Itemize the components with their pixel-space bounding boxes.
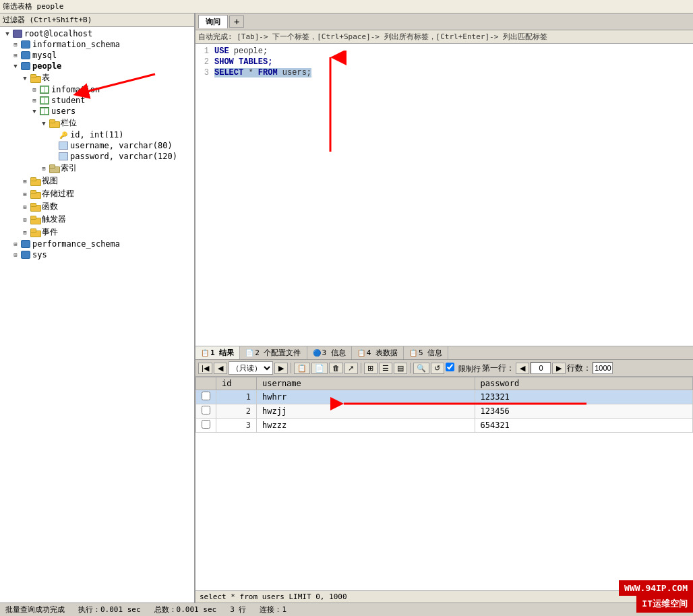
col-header-id: id	[216, 377, 257, 390]
result-tab-3[interactable]: 🔵 3 信息	[307, 346, 352, 359]
row-count-input[interactable]	[593, 362, 613, 374]
limit-row-checkbox[interactable]	[446, 363, 454, 371]
info-schema-label: information_schema	[32, 40, 120, 49]
users-expander[interactable]: ▼	[30, 106, 39, 116]
toolbar-paste[interactable]: 📄	[311, 363, 328, 374]
columns-folder-label: 栏位	[61, 117, 77, 129]
triggers-folder-expander[interactable]: ⊞	[20, 215, 30, 224]
result-tab-2-icon: 📄	[245, 349, 253, 357]
tree-root[interactable]: ▼ root@localhost	[1, 28, 193, 39]
row2-cb[interactable]	[202, 406, 210, 414]
root-expander[interactable]: ▼	[3, 29, 12, 38]
id-field-label: id, int(11)	[70, 130, 123, 140]
limit-row-text: 限制行	[458, 365, 481, 373]
tree-information-schema[interactable]: ⊞ information_schema	[1, 39, 193, 50]
mysql-db-icon	[20, 51, 31, 60]
mysql-expander[interactable]: ⊞	[11, 51, 20, 60]
sys-db-icon	[20, 250, 31, 259]
toolbar-delete[interactable]: 🗑	[329, 363, 343, 373]
autocomplete-text: 自动完成: [Tab]-> 下一个标签，[Ctrl+Space]-> 列出所有标…	[198, 32, 547, 41]
query-tab-main[interactable]: 询问	[198, 15, 228, 28]
result-tab-1[interactable]: 📋 1 结果	[195, 346, 240, 359]
funcs-folder-expander[interactable]: ⊞	[20, 202, 30, 212]
row3-id: 3	[216, 419, 257, 433]
result-tab-5[interactable]: 📋 5 信息	[404, 346, 448, 359]
row1-checkbox[interactable]	[196, 390, 216, 404]
indexes-folder-expander[interactable]: ⊞	[39, 164, 49, 173]
toolbar-copy[interactable]: 📋	[294, 363, 310, 374]
toolbar-form[interactable]: ▤	[394, 363, 407, 374]
perf-schema-db-icon	[20, 239, 31, 249]
tree-performance-schema[interactable]: ⊞ performance_schema	[1, 239, 193, 249]
toolbar-filter[interactable]: 🔍	[413, 363, 429, 374]
result-tab-4[interactable]: 📋 4 表数据	[352, 346, 404, 359]
tree-funcs-folder[interactable]: ⊞ 函数	[1, 200, 193, 213]
table-row[interactable]: 3 hwzzz 654321	[196, 419, 693, 433]
toolbar-nav-prev[interactable]: ◀	[214, 363, 227, 374]
first-row-next[interactable]: ▶	[552, 363, 566, 374]
infomation-expander[interactable]: ⊞	[30, 85, 39, 94]
tree-columns-folder[interactable]: ▼ 栏位	[1, 117, 193, 129]
row1-cb[interactable]	[202, 392, 210, 400]
toolbar-sep-3	[410, 363, 411, 373]
people-label: people	[32, 61, 61, 71]
toolbar-nav-next[interactable]: ▶	[274, 363, 288, 374]
first-row-input[interactable]	[531, 362, 551, 374]
toolbar-nav-first[interactable]: |◀	[198, 363, 212, 374]
tree-infomation[interactable]: ⊞ infomation	[1, 84, 193, 95]
tree-username-field[interactable]: username, varchar(80)	[1, 140, 193, 151]
toolbar-readonly-select[interactable]: （只读）	[229, 361, 273, 375]
tree-sys[interactable]: ⊞ sys	[1, 249, 193, 260]
toolbar-grid[interactable]: ⊞	[364, 363, 378, 374]
row3-cb[interactable]	[202, 420, 210, 429]
tables-folder-expander[interactable]: ▼	[20, 73, 30, 83]
info-schema-expander[interactable]: ⊞	[11, 40, 20, 49]
table-row[interactable]: 2 hwzjj 123456	[196, 404, 693, 419]
password-field-expander	[49, 152, 58, 161]
tree-indexes-folder[interactable]: ⊞ 索引	[1, 162, 193, 175]
sql-code-2: SHOW TABLES;	[214, 57, 690, 68]
first-row-prev[interactable]: ◀	[516, 363, 529, 374]
triggers-folder-icon	[30, 215, 40, 224]
line-num-1: 1	[198, 47, 209, 57]
left-panel: 过滤器 (Ctrl+Shift+B) ▼ root@localhost ⊞ in…	[0, 13, 195, 603]
tree-stored-folder[interactable]: ⊞ 存储过程	[1, 187, 193, 200]
result-tabs: 📋 1 结果 📄 2 个配置文件 🔵 3 信息 📋 4 表数据	[195, 346, 693, 360]
sys-expander[interactable]: ⊞	[11, 250, 20, 259]
views-folder-label: 视图	[42, 175, 58, 187]
tree-password-field[interactable]: password, varchar(120)	[1, 151, 193, 162]
tree-users[interactable]: ▼ users	[1, 106, 193, 117]
root-label: root@localhost	[24, 29, 92, 38]
tree-events-folder[interactable]: ⊞ 事件	[1, 226, 193, 239]
row3-password: 654321	[475, 419, 693, 433]
funcs-folder-icon	[30, 202, 40, 212]
toolbar-refresh[interactable]: ↺	[431, 363, 444, 374]
stored-folder-expander[interactable]: ⊞	[20, 189, 30, 199]
tree-id-field[interactable]: 🔑 id, int(11)	[1, 129, 193, 140]
toolbar-export[interactable]: ↗	[344, 363, 358, 374]
row3-checkbox[interactable]	[196, 419, 216, 433]
tab-add-button[interactable]: +	[229, 16, 244, 28]
tree-tables-folder[interactable]: ▼ 表	[1, 71, 193, 84]
result-tab-2[interactable]: 📄 2 个配置文件	[240, 346, 307, 359]
student-expander[interactable]: ⊞	[30, 96, 39, 105]
kw-select: SELECT	[214, 68, 243, 78]
toolbar-list[interactable]: ☰	[379, 363, 392, 374]
tree-student[interactable]: ⊞ student	[1, 95, 193, 106]
events-folder-expander[interactable]: ⊞	[20, 228, 30, 237]
footer-query-text: select * from users LIMIT 0, 1000	[200, 592, 347, 601]
sql-editor[interactable]: 1 USE people; 2 SHOW TABLES; 3	[195, 44, 693, 346]
result-tab-3-label: 3 信息	[322, 348, 346, 358]
people-expander[interactable]: ▼	[11, 61, 20, 71]
table-row[interactable]: 1 hwhrr 123321	[196, 390, 693, 404]
views-folder-expander[interactable]: ⊞	[20, 177, 30, 186]
people-db-icon	[20, 61, 31, 71]
columns-folder-expander[interactable]: ▼	[39, 119, 49, 128]
tree-people[interactable]: ▼ people	[1, 61, 193, 71]
row2-checkbox[interactable]	[196, 404, 216, 419]
tree-mysql[interactable]: ⊞ mysql	[1, 50, 193, 61]
status-bar: 批量查询成功完成 执行：0.001 sec 总数：0.001 sec 3 行 连…	[0, 603, 693, 616]
tree-triggers-folder[interactable]: ⊞ 触发器	[1, 213, 193, 226]
tree-views-folder[interactable]: ⊞ 视图	[1, 175, 193, 187]
perf-schema-expander[interactable]: ⊞	[11, 239, 20, 249]
